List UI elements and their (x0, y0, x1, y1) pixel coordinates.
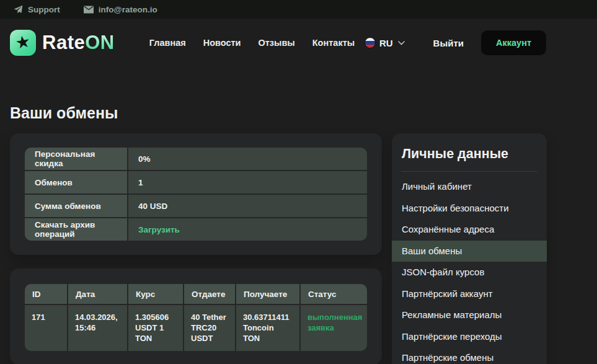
email-link[interactable]: info@rateon.io (84, 5, 157, 14)
brand-name: RateON (42, 32, 115, 54)
download-archive-link[interactable]: Загрузить (138, 225, 180, 234)
sidebar-item-partner-account[interactable]: Партнёрский аккаунт (392, 283, 547, 305)
divider (401, 171, 537, 172)
sidebar-item-security-settings[interactable]: Настройки безопасности (392, 198, 547, 220)
stat-label: Скачать архив операций (25, 218, 127, 241)
column-header-date: Дата (68, 284, 127, 304)
support-link[interactable]: Support (14, 5, 60, 14)
exchange-give: 40 Tether TRC20 USDT (184, 305, 235, 351)
language-code: RU (379, 38, 393, 48)
header: ★ RateON Главная Новости Отзывы Контакты… (0, 19, 597, 67)
page-title: Ваши обмены (10, 104, 597, 122)
star-icon: ★ (10, 30, 36, 56)
sidebar-item-your-exchanges[interactable]: Ваши обмены (392, 241, 547, 262)
russia-flag-icon (365, 37, 376, 48)
stat-download-cell: Загрузить (128, 218, 367, 241)
column-header-receive: Получаете (236, 284, 299, 304)
email-label: info@rateon.io (99, 5, 157, 14)
column-header-give: Отдаете (184, 284, 235, 304)
exchange-date: 14.03.2026, 15:46 (68, 305, 127, 351)
email-icon (84, 6, 94, 14)
exchange-status-badge: выполненная заявка (301, 305, 367, 351)
account-stats-card: Персональная скидка 0% Обменов 1 Сумма о… (10, 133, 382, 255)
exchange-id: 171 (25, 305, 67, 351)
sidebar-item-promo-materials[interactable]: Рекламные материалы (392, 304, 547, 326)
topbar: Support info@rateon.io (0, 0, 597, 19)
stat-label: Персональная скидка (25, 148, 127, 170)
exchanges-table: ID Дата Курс Отдаете Получаете Статус 17… (25, 284, 367, 351)
telegram-icon (14, 5, 23, 14)
nav-item-novosti[interactable]: Новости (203, 38, 241, 48)
column-header-rate: Курс (128, 284, 183, 304)
column-header-status: Статус (301, 284, 367, 304)
sidebar-item-partner-exchanges[interactable]: Партнёрские обмены (392, 347, 547, 364)
nav-item-kontakty[interactable]: Контакты (312, 38, 355, 48)
support-label: Support (28, 5, 60, 14)
stat-label: Сумма обменов (25, 195, 127, 217)
stat-value: 40 USD (128, 195, 367, 217)
chevron-down-icon (398, 41, 405, 45)
sidebar-title: Личные данные (402, 146, 537, 162)
exchange-rate: 1.305606 USDT 1 TON (128, 305, 183, 351)
logout-link[interactable]: Выйти (433, 38, 464, 48)
stat-value: 0% (128, 148, 367, 170)
account-button[interactable]: Аккаунт (481, 30, 546, 55)
main-content: Ваши обмены Персональная скидка 0% Обмен… (0, 104, 597, 364)
nav-item-glavnaya[interactable]: Главная (149, 38, 186, 48)
column-header-id: ID (25, 284, 67, 304)
sidebar-item-personal-cabinet[interactable]: Личный кабинет (392, 176, 547, 198)
stat-value: 1 (128, 171, 367, 193)
stat-label: Обменов (25, 171, 127, 193)
account-stats-table: Персональная скидка 0% Обменов 1 Сумма о… (25, 148, 367, 241)
language-selector[interactable]: RU (365, 37, 405, 48)
account-sidebar: Личные данные Личный кабинет Настройки б… (392, 133, 547, 364)
exchanges-card: ID Дата Курс Отдаете Получаете Статус 17… (10, 269, 382, 364)
main-nav: Главная Новости Отзывы Контакты (149, 38, 355, 48)
sidebar-item-saved-addresses[interactable]: Сохранённые адреса (392, 219, 547, 241)
exchange-receive: 30.63711411 Toncoin TON (236, 305, 299, 351)
brand-logo[interactable]: ★ RateON (10, 30, 115, 56)
sidebar-item-partner-referrals[interactable]: Партнёрские переходы (392, 326, 547, 348)
nav-item-otzyvy[interactable]: Отзывы (258, 38, 294, 48)
sidebar-item-json-rates[interactable]: JSON-файл курсов (392, 262, 547, 283)
